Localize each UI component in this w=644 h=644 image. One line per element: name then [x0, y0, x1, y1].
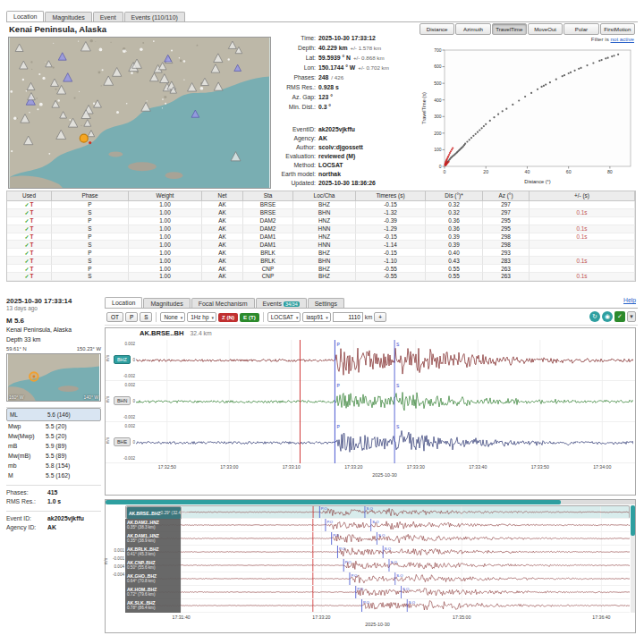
plot-tab-azimuth[interactable]: Azimuth: [455, 23, 490, 35]
arrival-uncertainty[interactable]: [530, 249, 635, 257]
plot-tab-traveltime[interactable]: TravelTime: [492, 23, 527, 35]
trace-row-ak-cnp-bhz[interactable]: P.OS.OAK.CNP..BHZ0.50° (55.6 km): [125, 559, 630, 572]
arrival-distance[interactable]: 0.39: [426, 233, 483, 242]
depth-input[interactable]: [333, 312, 363, 322]
arrival-phase[interactable]: P: [52, 265, 129, 273]
arrival-channel[interactable]: BHZ: [293, 273, 356, 281]
arrival-phase[interactable]: S: [52, 209, 129, 217]
arrival-station[interactable]: CNP: [243, 273, 293, 281]
column-header-used[interactable]: Used: [7, 191, 52, 201]
arrival-timeres[interactable]: -0.15: [356, 249, 426, 257]
arrival-channel[interactable]: HNN: [293, 225, 356, 233]
p-button[interactable]: P: [125, 312, 138, 322]
arrival-weight[interactable]: 1.00: [129, 217, 202, 225]
arrival-weight[interactable]: 1.00: [129, 225, 202, 233]
trace-ak-dam2-hnz[interactable]: P.OS.O: [125, 519, 630, 531]
waveform-row-bhz[interactable]: m/sBHZ0.0020-0.002PS: [106, 340, 635, 381]
arrival-channel[interactable]: BHN: [293, 257, 356, 265]
ot-button[interactable]: OT: [106, 312, 123, 322]
trace-ak-gho-bhz[interactable]: P.OS.O: [125, 572, 630, 585]
arrival-weight[interactable]: 1.00: [129, 265, 202, 273]
arrival-channel[interactable]: BHZ: [293, 249, 356, 257]
arrival-timeres[interactable]: -0.39: [356, 217, 426, 225]
arrival-network[interactable]: AK: [202, 273, 243, 281]
trace-label[interactable]: AK.GHO..BHZ0.64° (70.8 km): [125, 572, 181, 586]
arrival-used-cell[interactable]: ✓T: [7, 209, 52, 217]
column-header-weight[interactable]: Weight: [129, 191, 202, 201]
picker-target-icon[interactable]: ◉: [602, 311, 613, 322]
arrival-timeres[interactable]: -1.32: [356, 209, 426, 217]
arrival-phase[interactable]: S: [52, 225, 129, 233]
arrival-azimuth[interactable]: 298: [483, 241, 530, 249]
tab-event[interactable]: Event: [93, 12, 123, 21]
trace-label[interactable]: AK.CNP..BHZ0.50° (55.6 km): [125, 559, 181, 572]
arrival-used-cell[interactable]: ✓T: [7, 217, 52, 225]
event-mini-map[interactable]: 160° W 140° W: [6, 353, 101, 402]
tab-magnitudes[interactable]: Magnitudes: [143, 298, 190, 308]
earth-model-select[interactable]: iasp91▾: [302, 312, 330, 322]
component-chip-1[interactable]: E (T): [240, 313, 259, 322]
arrival-weight[interactable]: 1.00: [129, 273, 202, 281]
confirm-check-icon[interactable]: ✓: [614, 311, 625, 322]
arrival-network[interactable]: AK: [202, 265, 243, 273]
arrival-network[interactable]: AK: [202, 225, 243, 233]
arrival-azimuth[interactable]: 263: [483, 273, 530, 281]
arrival-channel[interactable]: HNN: [293, 241, 356, 249]
arrival-network[interactable]: AK: [202, 233, 243, 242]
column-header-timeres-s[interactable]: Timeres (s): [356, 191, 426, 201]
relocate-icon[interactable]: ↻: [589, 311, 600, 322]
magnitude-row-mw-mwp[interactable]: Mw(Mwp)5.5 (20): [6, 431, 101, 441]
trace-ak-brlk-bhz[interactable]: P.OS.O: [125, 546, 630, 558]
channel-badge-bhn[interactable]: BHN: [114, 396, 131, 405]
trace-row-ak-dam2-hnz[interactable]: P.OS.OAK.DAM2..HNZ0.35° (38.3 km): [125, 519, 630, 532]
arrival-station[interactable]: DAM2: [243, 225, 293, 233]
arrival-used-cell[interactable]: ✓T: [7, 241, 52, 249]
arrival-station[interactable]: DAM1: [243, 241, 293, 249]
trace-label[interactable]: AK.DAM1..HNZ0.35° (38.9 km): [125, 532, 181, 546]
trace-row-ak-gho-bhz[interactable]: P.OS.OAK.GHO..BHZ0.64° (70.8 km): [125, 572, 630, 586]
arrival-uncertainty[interactable]: [530, 241, 635, 249]
arrival-azimuth[interactable]: 293: [483, 249, 530, 257]
arrival-weight[interactable]: 1.00: [129, 209, 202, 217]
arrival-station[interactable]: BRLK: [243, 249, 293, 257]
magnitude-row-mb[interactable]: mb5.8 (154): [6, 461, 101, 470]
column-header-sta[interactable]: Sta: [243, 191, 293, 201]
arrival-station[interactable]: BRSE: [243, 201, 293, 209]
trace-label[interactable]: AK.SLK..BHZ0.78° (86.4 km): [125, 599, 181, 613]
rotation-select[interactable]: None▾: [160, 312, 185, 322]
arrival-azimuth[interactable]: 297: [483, 209, 530, 217]
arrival-phase[interactable]: P: [52, 249, 129, 257]
magnitude-row-mw-mb[interactable]: Mw(mB)5.5 (89): [6, 451, 101, 461]
magnitude-row-m[interactable]: M5.5 (162): [6, 470, 101, 480]
trace-ak-brse-bhz[interactable]: P.OS.O: [126, 506, 629, 518]
waveform-row-bhe[interactable]: m/sBHE0.0020-0.002PS: [106, 422, 635, 463]
trace-row-ak-dam1-hnz[interactable]: P.OS.OAK.DAM1..HNZ0.35° (38.9 km): [125, 532, 630, 546]
arrival-azimuth[interactable]: 295: [483, 217, 530, 225]
arrival-azimuth[interactable]: 283: [483, 257, 530, 265]
arrival-phase[interactable]: P: [52, 201, 129, 209]
arrival-network[interactable]: AK: [202, 209, 243, 217]
trace-label[interactable]: AK.DAM2..HNZ0.35° (38.3 km): [125, 519, 181, 532]
arrival-station[interactable]: DAM1: [243, 233, 293, 242]
arrival-network[interactable]: AK: [202, 217, 243, 225]
arrival-timeres[interactable]: -1.10: [356, 257, 426, 265]
arrival-network[interactable]: AK: [202, 249, 243, 257]
column-header-net[interactable]: Net: [202, 191, 243, 201]
arrival-phase[interactable]: S: [52, 241, 129, 249]
arrival-distance[interactable]: 0.32: [426, 209, 483, 217]
trace-row-ak-hom-bhz[interactable]: P.OS.OAK.HOM..BHZ0.72° (79.6 km): [125, 586, 630, 599]
arrival-distance[interactable]: 0.36: [426, 217, 483, 225]
add-button[interactable]: +: [374, 312, 386, 322]
arrival-uncertainty[interactable]: 0.1s: [530, 209, 635, 217]
arrival-azimuth[interactable]: 297: [483, 201, 530, 209]
arrival-station[interactable]: DAM2: [243, 217, 293, 225]
plot-tab-moveout[interactable]: MoveOut: [528, 23, 563, 35]
arrival-station[interactable]: CNP: [243, 265, 293, 273]
arrival-channel[interactable]: HNZ: [293, 217, 356, 225]
locator-select[interactable]: LOCSAT▾: [267, 312, 301, 322]
arrival-used-cell[interactable]: ✓T: [7, 233, 52, 242]
column-header-phase[interactable]: Phase: [52, 191, 129, 201]
trace-label[interactable]: AK.BRSE..BHZ0.29° (32.4 km): [126, 506, 182, 520]
column-header-dis[interactable]: Dis (°)*: [426, 191, 483, 201]
arrival-uncertainty[interactable]: 0.1s: [530, 225, 635, 233]
